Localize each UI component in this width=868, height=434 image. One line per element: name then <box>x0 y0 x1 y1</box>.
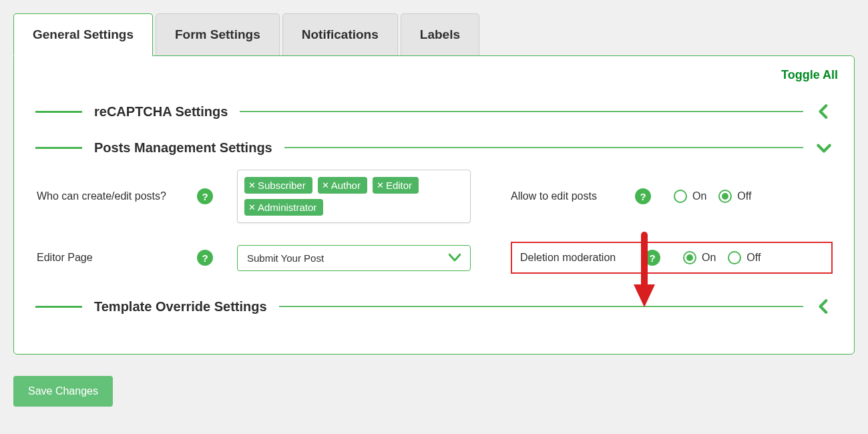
radio-label-off: Off <box>737 190 751 202</box>
editor-page-select[interactable]: Submit Your Post <box>237 245 471 271</box>
toggle-all-link[interactable]: Toggle All <box>781 68 838 82</box>
help-icon[interactable]: ? <box>197 250 213 266</box>
divider <box>35 147 82 149</box>
section-posts-management: Posts Management Settings <box>35 139 833 156</box>
tab-label: Notifications <box>302 27 379 41</box>
remove-tag-icon[interactable]: ✕ <box>377 181 384 190</box>
chevron-down-icon <box>449 253 461 262</box>
allow-edit-field: Allow to edit posts ? On Off <box>511 188 833 204</box>
chevron-left-icon <box>815 103 833 120</box>
section-title-template-override: Template Override Settings <box>94 299 267 314</box>
chevron-left-icon <box>815 298 833 315</box>
deletion-moderation-radios: On Off <box>683 251 767 264</box>
collapse-icon[interactable] <box>815 103 833 120</box>
radio-label-on: On <box>702 252 716 264</box>
tab-notifications[interactable]: Notifications <box>282 13 398 55</box>
allow-edit-radios: On Off <box>674 190 758 203</box>
tab-general-settings[interactable]: General Settings <box>13 13 153 56</box>
allow-edit-on-radio[interactable] <box>674 190 687 203</box>
help-icon[interactable]: ? <box>197 188 213 204</box>
who-can-edit-label: Who can create/edit posts? <box>37 190 197 202</box>
help-icon[interactable]: ? <box>644 250 660 266</box>
settings-panel: Toggle All reCAPTCHA Settings Posts Mana… <box>13 55 855 355</box>
radio-label-off: Off <box>746 252 761 264</box>
remove-tag-icon[interactable]: ✕ <box>322 181 329 190</box>
remove-tag-icon[interactable]: ✕ <box>248 181 256 190</box>
chevron-down-icon <box>815 139 833 156</box>
tab-label: Labels <box>420 27 460 41</box>
deletion-moderation-on-radio[interactable] <box>683 251 696 264</box>
section-title-recaptcha: reCAPTCHA Settings <box>94 104 228 120</box>
tabs: General Settings Form Settings Notificat… <box>13 13 855 55</box>
divider <box>279 306 803 307</box>
editor-page-label: Editor Page <box>37 252 197 264</box>
section-recaptcha: reCAPTCHA Settings <box>35 103 833 120</box>
who-can-edit-multiselect[interactable]: ✕Subscriber ✕Author ✕Editor ✕Administrat… <box>237 170 471 223</box>
tab-labels[interactable]: Labels <box>401 13 479 55</box>
allow-edit-label: Allow to edit posts <box>511 190 624 202</box>
deletion-moderation-off-radio[interactable] <box>728 251 741 264</box>
divider <box>240 111 803 112</box>
divider <box>35 111 82 113</box>
expand-icon[interactable] <box>815 139 833 156</box>
save-changes-button[interactable]: Save Changes <box>13 376 113 407</box>
role-tag-subscriber: ✕Subscriber <box>244 177 312 194</box>
radio-label-on: On <box>692 190 706 202</box>
divider <box>35 306 82 308</box>
divider <box>284 147 803 148</box>
section-title-posts-mgmt: Posts Management Settings <box>94 140 272 156</box>
role-tag-editor: ✕Editor <box>373 177 419 194</box>
help-icon[interactable]: ? <box>635 188 651 204</box>
tab-label: Form Settings <box>175 27 260 41</box>
posts-management-fields: Who can create/edit posts? ? ✕Subscriber… <box>37 170 833 274</box>
tab-form-settings[interactable]: Form Settings <box>156 13 280 55</box>
editor-page-value: Submit Your Post <box>247 252 324 264</box>
role-tag-author: ✕Author <box>318 177 367 194</box>
deletion-moderation-field: Deletion moderation ? On Off <box>511 242 833 274</box>
section-template-override: Template Override Settings <box>35 298 833 315</box>
collapse-icon[interactable] <box>815 298 833 315</box>
deletion-moderation-label: Deletion moderation <box>520 252 634 264</box>
role-tag-administrator: ✕Administrator <box>244 199 323 216</box>
remove-tag-icon[interactable]: ✕ <box>248 203 256 212</box>
allow-edit-off-radio[interactable] <box>718 190 732 203</box>
tab-label: General Settings <box>33 27 134 41</box>
